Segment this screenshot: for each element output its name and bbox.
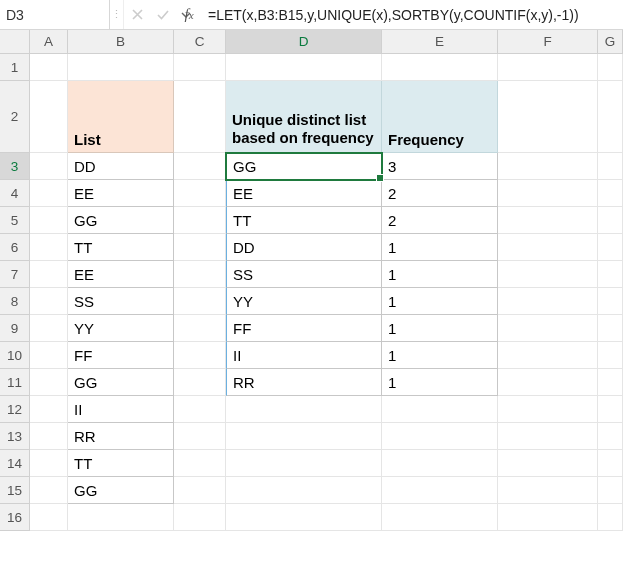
- cell[interactable]: [174, 369, 226, 396]
- cell[interactable]: EE: [68, 261, 174, 288]
- cell[interactable]: 1: [382, 261, 498, 288]
- cell[interactable]: [498, 180, 598, 207]
- cell[interactable]: [598, 54, 623, 81]
- row-header[interactable]: 14: [0, 450, 30, 477]
- cell[interactable]: [174, 153, 226, 180]
- cell[interactable]: [498, 396, 598, 423]
- header-list[interactable]: List: [68, 81, 174, 153]
- cell[interactable]: [498, 477, 598, 504]
- col-header[interactable]: G: [598, 30, 623, 54]
- row-header[interactable]: 9: [0, 315, 30, 342]
- cell[interactable]: 1: [382, 342, 498, 369]
- cell[interactable]: [498, 261, 598, 288]
- row-header[interactable]: 1: [0, 54, 30, 81]
- cell[interactable]: TT: [68, 234, 174, 261]
- row-header[interactable]: 15: [0, 477, 30, 504]
- spreadsheet-grid[interactable]: A B C D E F G 1 2 List Unique distinct l…: [0, 30, 623, 531]
- cell[interactable]: [30, 234, 68, 261]
- cell[interactable]: [174, 504, 226, 531]
- cell[interactable]: [598, 315, 623, 342]
- cell[interactable]: [30, 450, 68, 477]
- col-header[interactable]: B: [68, 30, 174, 54]
- row-header[interactable]: 16: [0, 504, 30, 531]
- cell[interactable]: [598, 261, 623, 288]
- active-cell[interactable]: GG: [226, 153, 382, 180]
- cell[interactable]: [30, 54, 68, 81]
- cell[interactable]: [498, 450, 598, 477]
- cell[interactable]: [30, 207, 68, 234]
- cell[interactable]: [498, 288, 598, 315]
- cell[interactable]: [174, 261, 226, 288]
- cell[interactable]: GG: [68, 207, 174, 234]
- cell[interactable]: [174, 207, 226, 234]
- cell[interactable]: [226, 396, 382, 423]
- row-header[interactable]: 13: [0, 423, 30, 450]
- row-header[interactable]: 4: [0, 180, 30, 207]
- col-header[interactable]: E: [382, 30, 498, 54]
- cell[interactable]: DD: [226, 234, 382, 261]
- cell[interactable]: 2: [382, 180, 498, 207]
- row-header[interactable]: 11: [0, 369, 30, 396]
- col-header[interactable]: A: [30, 30, 68, 54]
- cell[interactable]: [30, 315, 68, 342]
- cell[interactable]: [30, 81, 68, 153]
- cell[interactable]: EE: [226, 180, 382, 207]
- cell[interactable]: YY: [226, 288, 382, 315]
- cell[interactable]: [174, 288, 226, 315]
- header-frequency[interactable]: Frequency: [382, 81, 498, 153]
- cell[interactable]: GG: [68, 477, 174, 504]
- cancel-formula-button[interactable]: [124, 0, 150, 29]
- cell[interactable]: [598, 396, 623, 423]
- cell[interactable]: 1: [382, 288, 498, 315]
- cell[interactable]: [598, 234, 623, 261]
- cell[interactable]: [226, 450, 382, 477]
- cell[interactable]: 1: [382, 315, 498, 342]
- row-header[interactable]: 3: [0, 153, 30, 180]
- cell[interactable]: [30, 504, 68, 531]
- formula-input[interactable]: [202, 7, 623, 23]
- cell[interactable]: [598, 288, 623, 315]
- cell[interactable]: [598, 504, 623, 531]
- cell[interactable]: [382, 477, 498, 504]
- row-header[interactable]: 12: [0, 396, 30, 423]
- cell[interactable]: FF: [68, 342, 174, 369]
- select-all-corner[interactable]: [0, 30, 30, 54]
- cell[interactable]: [382, 450, 498, 477]
- cell[interactable]: RR: [68, 423, 174, 450]
- cell[interactable]: [382, 54, 498, 81]
- cell[interactable]: YY: [68, 315, 174, 342]
- cell[interactable]: [498, 54, 598, 81]
- cell[interactable]: [382, 423, 498, 450]
- cell[interactable]: [174, 477, 226, 504]
- enter-formula-button[interactable]: [150, 0, 176, 29]
- cell[interactable]: [598, 207, 623, 234]
- cell[interactable]: [598, 423, 623, 450]
- cell[interactable]: [30, 153, 68, 180]
- cell[interactable]: [30, 423, 68, 450]
- insert-function-button[interactable]: fx: [176, 0, 202, 29]
- header-unique[interactable]: Unique distinct list based on frequency: [226, 81, 382, 153]
- cell[interactable]: [174, 423, 226, 450]
- cell[interactable]: 2: [382, 207, 498, 234]
- cell[interactable]: [382, 504, 498, 531]
- cell[interactable]: FF: [226, 315, 382, 342]
- cell[interactable]: [382, 396, 498, 423]
- cell[interactable]: EE: [68, 180, 174, 207]
- cell[interactable]: SS: [226, 261, 382, 288]
- cell[interactable]: [174, 342, 226, 369]
- cell[interactable]: [598, 477, 623, 504]
- cell[interactable]: RR: [226, 369, 382, 396]
- cell[interactable]: [30, 477, 68, 504]
- col-header[interactable]: F: [498, 30, 598, 54]
- cell[interactable]: [174, 315, 226, 342]
- cell[interactable]: [30, 261, 68, 288]
- cell[interactable]: [498, 315, 598, 342]
- cell[interactable]: [226, 477, 382, 504]
- cell[interactable]: [598, 81, 623, 153]
- cell[interactable]: [174, 180, 226, 207]
- cell[interactable]: TT: [226, 207, 382, 234]
- cell[interactable]: TT: [68, 450, 174, 477]
- cell[interactable]: II: [68, 396, 174, 423]
- cell[interactable]: 3: [382, 153, 498, 180]
- col-header[interactable]: C: [174, 30, 226, 54]
